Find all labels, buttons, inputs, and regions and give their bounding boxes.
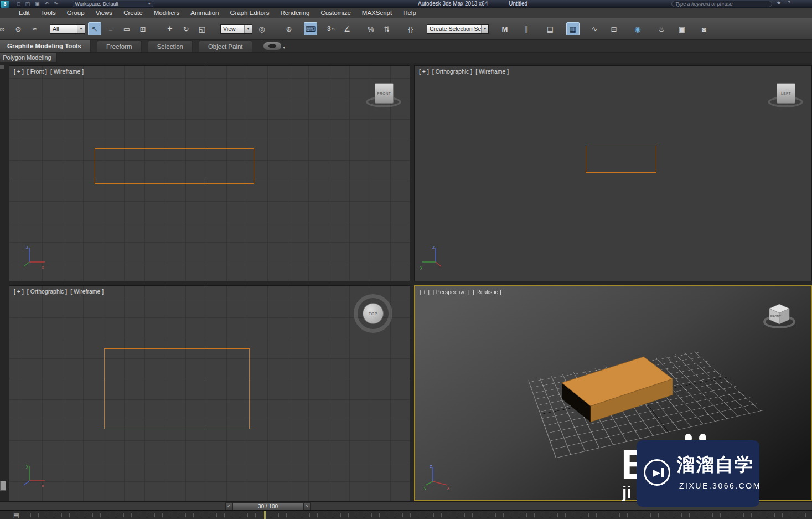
material-editor-icon[interactable]: ◉ (631, 22, 644, 35)
select-and-rotate-icon[interactable]: ↻ (179, 22, 193, 35)
viewport-pov-menu[interactable]: [ Orthographic ] (432, 68, 472, 75)
unlink-selection-icon[interactable]: ⊘ (12, 22, 25, 35)
tab-object-paint[interactable]: Object Paint (199, 40, 252, 52)
viewport-pov-menu[interactable]: [ Orthographic ] (27, 288, 67, 295)
select-object-icon[interactable]: ↖ (88, 22, 101, 35)
chevron-down-icon[interactable]: ▾ (481, 25, 488, 33)
render-setup-icon[interactable]: ♨ (655, 22, 668, 35)
spinner-snap-toggle-icon[interactable]: ⇅ (380, 22, 394, 35)
menu-maxscript[interactable]: MAXScript (356, 9, 397, 16)
time-slider[interactable]: < 30 / 100 > (225, 502, 311, 510)
viewcube[interactable]: FRONT (763, 299, 796, 331)
chevron-down-icon[interactable]: ▾ (244, 25, 252, 33)
align-icon[interactable]: ∥ (520, 22, 533, 35)
curve-editor-icon[interactable]: ∿ (588, 22, 601, 35)
keyboard-shortcut-override-icon[interactable]: ⌨ (304, 22, 317, 35)
favorites-icon[interactable]: ★ (777, 0, 781, 6)
box-object-wireframe[interactable] (104, 348, 250, 429)
menu-group[interactable]: Group (61, 9, 90, 16)
select-and-move-icon[interactable]: + (163, 22, 177, 35)
redo-icon[interactable]: ↷ (54, 1, 58, 7)
viewport-general-menu[interactable]: [ + ] (420, 289, 430, 295)
viewport-shading-menu[interactable]: [ Realistic ] (473, 289, 501, 295)
menu-edit[interactable]: Edit (13, 9, 35, 16)
viewcube-face[interactable]: LEFT (777, 83, 795, 104)
menu-views[interactable]: Views (90, 9, 118, 16)
reference-coordinate-dropdown[interactable]: View ▾ (220, 24, 252, 34)
open-file-icon[interactable]: ◰ (25, 1, 30, 7)
schematic-view-icon[interactable]: ⊟ (607, 22, 620, 35)
viewcube-face[interactable]: TOP (363, 303, 384, 324)
selection-filter-dropdown[interactable]: All ▾ (50, 24, 85, 34)
tab-selection[interactable]: Selection (148, 40, 193, 52)
graphite-ribbon-toggle-icon[interactable]: ▦ (566, 22, 580, 35)
rendered-frame-window-icon[interactable]: ▣ (675, 22, 689, 35)
window-crossing-icon[interactable]: ⊞ (136, 22, 149, 35)
viewcube[interactable]: LEFT (766, 80, 809, 114)
bind-to-space-warp-icon[interactable]: ≈ (28, 22, 41, 35)
menu-graph-editors[interactable]: Graph Editors (224, 9, 275, 16)
tab-freeform[interactable]: Freeform (97, 40, 142, 52)
viewport-general-menu[interactable]: [ + ] (419, 68, 429, 75)
previous-frame-button[interactable]: < (225, 502, 232, 510)
snaps-toggle-icon[interactable]: 3 ∩ (324, 22, 338, 35)
use-pivot-center-icon[interactable]: ◎ (255, 22, 268, 35)
selection-region-icon[interactable]: ▭ (120, 22, 133, 35)
menu-customize[interactable]: Customize (315, 9, 356, 16)
help-icon[interactable]: ? (788, 0, 790, 6)
select-by-name-icon[interactable]: ≡ (104, 22, 117, 35)
viewport-shading-menu[interactable]: [ Wireframe ] (70, 288, 104, 295)
mirror-icon[interactable]: M (498, 22, 511, 35)
search-input[interactable] (671, 1, 772, 7)
time-slider-handle[interactable]: 30 / 100 (232, 502, 303, 510)
box-object-wireframe[interactable] (586, 146, 656, 173)
mini-curve-editor-icon[interactable]: ▤ (13, 512, 19, 519)
viewport-general-menu[interactable]: [ + ] (14, 288, 24, 295)
viewport-shading-menu[interactable]: [ Wireframe ] (50, 68, 84, 75)
viewcube-face[interactable]: FRONT (375, 83, 394, 104)
layer-manager-icon[interactable]: ▤ (544, 22, 557, 35)
angle-snap-toggle-icon[interactable]: ∠ (340, 22, 354, 35)
select-and-manipulate-icon[interactable]: ⊕ (282, 22, 296, 35)
viewport-pov-menu[interactable]: [ Perspective ] (433, 289, 470, 295)
menu-modifiers[interactable]: Modifiers (148, 9, 185, 16)
viewport-orthographic-top[interactable]: [ + ] [ Orthographic ] [ Wireframe ] LEF… (414, 65, 812, 281)
app-logo-icon[interactable]: 3 (1, 1, 9, 8)
magnet-icon: ∩ (332, 26, 335, 32)
chevron-down-icon[interactable]: ▾ (77, 25, 85, 33)
menu-tools[interactable]: Tools (35, 9, 61, 16)
viewport-front[interactable]: [ + ] [ Front ] [ Wireframe ] FRONT z x (9, 65, 410, 281)
named-selection-sets-dropdown[interactable]: Create Selection Se ▾ (427, 24, 489, 34)
chevron-down-icon[interactable]: ▾ (283, 45, 286, 50)
edit-named-selection-sets-icon[interactable]: {} (404, 22, 417, 35)
axis-z-label: z (432, 244, 435, 250)
percent-snap-toggle-icon[interactable]: % (364, 22, 377, 35)
track-bar[interactable]: ▤ (0, 510, 812, 519)
panel-handle[interactable] (0, 481, 6, 491)
viewport-general-menu[interactable]: [ + ] (14, 68, 24, 75)
viewport-orthographic-bottom[interactable]: [ + ] [ Orthographic ] [ Wireframe ] TOP… (9, 285, 410, 501)
box-object-wireframe[interactable] (95, 148, 254, 184)
ribbon-minimize-button[interactable] (263, 42, 281, 50)
next-frame-button[interactable]: > (303, 502, 311, 510)
viewport-layout-grip[interactable] (0, 65, 4, 69)
viewport-pov-menu[interactable]: [ Front ] (27, 68, 47, 75)
viewcube[interactable]: TOP (354, 294, 392, 333)
menu-help[interactable]: Help (397, 9, 422, 16)
select-and-scale-icon[interactable]: ◱ (195, 22, 209, 35)
viewport-shading-menu[interactable]: [ Wireframe ] (475, 68, 509, 75)
menu-create[interactable]: Create (118, 9, 148, 16)
viewcube[interactable]: FRONT (364, 80, 407, 114)
select-and-link-icon[interactable]: ∞ (0, 22, 9, 35)
current-frame-marker[interactable] (264, 511, 266, 519)
workspace-dropdown[interactable]: Workspace: Default ▾ (73, 1, 153, 7)
undo-icon[interactable]: ↶ (44, 1, 49, 7)
render-production-icon[interactable]: ◙ (697, 22, 711, 35)
menu-animation[interactable]: Animation (185, 9, 224, 16)
new-scene-icon[interactable]: □ (17, 1, 20, 7)
tab-graphite-modeling-tools[interactable]: Graphite Modeling Tools (0, 39, 91, 52)
panel-polygon-modeling[interactable]: Polygon Modeling (0, 53, 57, 63)
coordinate-system-value: View (223, 25, 236, 32)
save-file-icon[interactable]: ▣ (35, 1, 40, 7)
menu-rendering[interactable]: Rendering (275, 9, 315, 16)
